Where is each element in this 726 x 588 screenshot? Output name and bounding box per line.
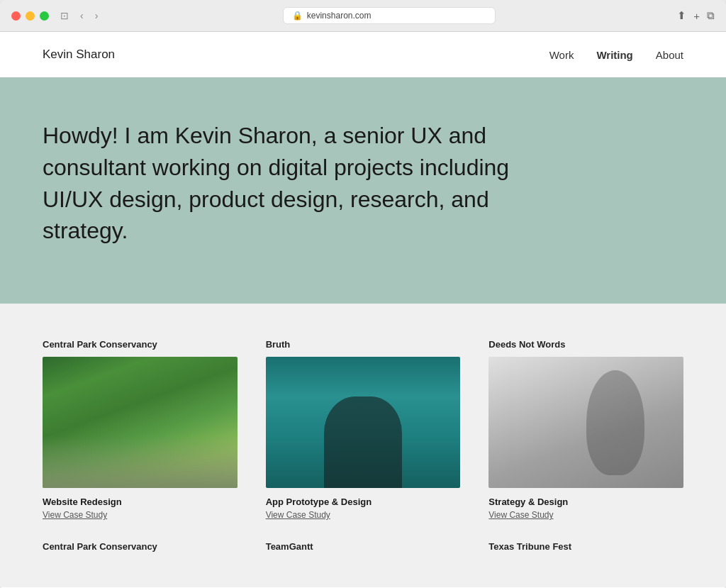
row2-client-3: Texas Tribune Fest: [488, 541, 683, 552]
portfolio-image-3[interactable]: [488, 357, 683, 488]
nav-about[interactable]: About: [656, 49, 683, 61]
portfolio-row2: Central Park Conservancy TeamGantt Texas…: [43, 541, 683, 552]
portfolio-title-2: App Prototype & Design: [266, 497, 461, 507]
portfolio-item-1: Central Park Conservancy Website Redesig…: [43, 339, 238, 520]
share-button[interactable]: ⬆: [677, 9, 686, 22]
portfolio-client-2: Bruth: [266, 339, 461, 350]
maximize-button[interactable]: [40, 11, 49, 21]
address-bar[interactable]: 🔒 kevinsharon.com: [283, 7, 496, 24]
traffic-lights: [11, 11, 49, 21]
site-logo[interactable]: Kevin Sharon: [43, 48, 115, 62]
hero-section: Howdy! I am Kevin Sharon, a senior UX an…: [0, 77, 726, 304]
portfolio-client-3: Deeds Not Words: [488, 339, 683, 350]
minimize-button[interactable]: [26, 11, 35, 21]
site-nav: Work Writing About: [549, 49, 683, 61]
portfolio-section: Central Park Conservancy Website Redesig…: [0, 304, 726, 587]
hero-text: Howdy! I am Kevin Sharon, a senior UX an…: [43, 120, 525, 247]
website-content: Kevin Sharon Work Writing About Howdy! I…: [0, 32, 726, 588]
nav-work[interactable]: Work: [549, 49, 574, 61]
portfolio-link-1[interactable]: View Case Study: [43, 510, 238, 520]
url-text: kevinsharon.com: [307, 11, 372, 21]
bruth-image: [266, 357, 461, 488]
titlebar: ⊡ ‹ › 🔒 kevinsharon.com ⬆ + ⧉: [0, 0, 726, 31]
sidebar-toggle-button[interactable]: ⊡: [57, 9, 72, 23]
row2-client-2: TeamGantt: [266, 541, 461, 552]
deeds-image: [488, 357, 683, 488]
central-park-image: [43, 357, 238, 488]
back-button[interactable]: ‹: [77, 9, 86, 23]
portfolio-image-2[interactable]: [266, 357, 461, 488]
browser-window: ⊡ ‹ › 🔒 kevinsharon.com ⬆ + ⧉: [0, 0, 726, 32]
portfolio-title-1: Website Redesign: [43, 497, 238, 507]
portfolio-title-3: Strategy & Design: [488, 497, 683, 507]
address-bar-container: 🔒 kevinsharon.com: [109, 7, 669, 24]
lock-icon: 🔒: [292, 11, 303, 21]
portfolio-item-2: Bruth App Prototype & Design View Case S…: [266, 339, 461, 520]
portfolio-item-3: Deeds Not Words Strategy & Design View C…: [488, 339, 683, 520]
forward-button[interactable]: ›: [92, 9, 101, 23]
portfolio-client-1: Central Park Conservancy: [43, 339, 238, 350]
browser-controls: ⊡ ‹ ›: [57, 9, 101, 23]
site-header: Kevin Sharon Work Writing About: [0, 32, 726, 77]
row2-client-1: Central Park Conservancy: [43, 541, 238, 552]
browser-actions: ⬆ + ⧉: [677, 9, 715, 22]
portfolio-grid: Central Park Conservancy Website Redesig…: [43, 339, 683, 520]
new-tab-button[interactable]: +: [693, 10, 700, 22]
tabs-button[interactable]: ⧉: [707, 9, 715, 22]
nav-writing[interactable]: Writing: [596, 49, 632, 61]
close-button[interactable]: [11, 11, 21, 21]
portfolio-link-2[interactable]: View Case Study: [266, 510, 461, 520]
portfolio-image-1[interactable]: [43, 357, 238, 488]
portfolio-link-3[interactable]: View Case Study: [488, 510, 683, 520]
